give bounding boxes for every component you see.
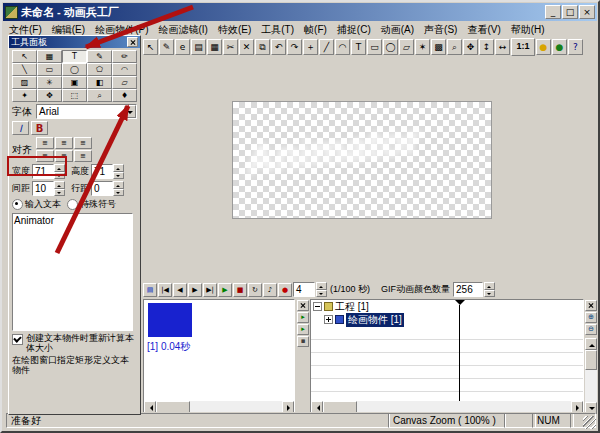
toolbar-button[interactable]: ⧉ <box>255 39 270 55</box>
tool-button[interactable]: ╲ <box>12 63 37 76</box>
toolbar-button[interactable]: ▤ <box>191 39 206 55</box>
playback-button[interactable]: ● <box>278 283 292 297</box>
tool-button[interactable]: ✎ <box>87 50 112 63</box>
maximize-button[interactable]: □ <box>562 5 578 19</box>
gif-colors-field[interactable]: 256 <box>453 282 483 297</box>
zoom-out-button[interactable]: ⊖ <box>585 324 597 335</box>
leading-spinner[interactable] <box>113 181 124 196</box>
special-symbol-radio[interactable] <box>67 199 78 210</box>
tool-button[interactable]: ♦ <box>112 89 137 102</box>
playback-button[interactable]: ♪ <box>263 283 277 297</box>
menu-item[interactable]: 帮助(H) <box>506 23 550 37</box>
zoom-in-button[interactable]: ⊕ <box>585 312 597 323</box>
font-select[interactable]: Arial <box>36 104 137 119</box>
toolbar-button[interactable]: T <box>351 39 366 55</box>
text-input[interactable]: Animator <box>12 213 133 331</box>
input-text-radio[interactable] <box>12 199 23 210</box>
width-spinner[interactable] <box>54 164 65 179</box>
align-button[interactable]: ≡ <box>55 137 73 149</box>
menu-item[interactable]: 绘画滤镜(I) <box>153 23 212 37</box>
align-button[interactable]: ≡ <box>36 137 54 149</box>
tool-panel-titlebar[interactable]: 工具面板 <box>9 36 140 48</box>
toolbar-button[interactable]: ✎ <box>159 39 174 55</box>
frame-delay-field[interactable]: 4 <box>293 282 315 297</box>
playback-button[interactable]: ▶| <box>203 283 217 297</box>
playback-button[interactable]: |◀ <box>158 283 172 297</box>
recalc-checkbox[interactable] <box>12 334 23 345</box>
gif-colors-spinner[interactable] <box>484 282 495 297</box>
playback-button[interactable]: ▶ <box>188 283 202 297</box>
playback-button[interactable]: ◀ <box>173 283 187 297</box>
toolbar-button[interactable]: ╱ <box>319 39 334 55</box>
playback-button[interactable]: ■ <box>233 283 247 297</box>
tool-button[interactable]: ▨ <box>12 76 37 89</box>
toolbar-button[interactable]: ▦ <box>207 39 222 55</box>
frame-nav-button[interactable]: ▸ <box>297 324 309 335</box>
playback-button[interactable]: ↻ <box>248 283 262 297</box>
toolbar-button[interactable]: ↔ <box>495 39 510 55</box>
tool-button[interactable]: ◯ <box>62 63 87 76</box>
spacing-field[interactable]: 10 <box>32 181 54 196</box>
height-field[interactable]: 71 <box>91 164 113 179</box>
toolbar-button[interactable]: e <box>175 39 190 55</box>
toolbar-button[interactable]: ↷ <box>287 39 302 55</box>
toolbar-button[interactable]: ▩ <box>431 39 446 55</box>
align-button[interactable]: ≡ <box>74 137 92 149</box>
resize-grip[interactable] <box>583 416 596 429</box>
leading-field[interactable]: 0 <box>91 181 113 196</box>
collapse-icon[interactable] <box>313 302 322 311</box>
tool-panel-close-button[interactable] <box>127 37 138 47</box>
menu-item[interactable]: 声音(S) <box>419 23 462 37</box>
expand-icon[interactable] <box>324 315 333 324</box>
chevron-down-icon[interactable] <box>123 105 136 118</box>
minimize-button[interactable]: _ <box>545 5 561 19</box>
toolbar-button[interactable]: ▭ <box>367 39 382 55</box>
playback-button[interactable]: ▶ <box>218 283 232 297</box>
toolbar-button[interactable]: ✥ <box>463 39 478 55</box>
toolbar-button[interactable]: ◯ <box>383 39 398 55</box>
tool-button[interactable]: ▦ <box>37 50 62 63</box>
width-field[interactable]: 71 <box>32 164 54 179</box>
playhead-marker[interactable] <box>455 300 465 305</box>
tool-button[interactable]: ◧ <box>87 76 112 89</box>
height-spinner[interactable] <box>113 164 124 179</box>
toolbar-button[interactable]: ✂ <box>223 39 238 55</box>
menu-item[interactable]: 工具(T) <box>256 23 299 37</box>
playback-button[interactable]: ▤ <box>143 283 157 297</box>
project-vscroll-track[interactable] <box>585 350 597 402</box>
tool-button[interactable]: ▣ <box>62 76 87 89</box>
frame-nav-button[interactable]: ▸ <box>297 312 309 323</box>
bold-button[interactable]: B <box>31 121 48 135</box>
toolbar-button[interactable]: ◠ <box>335 39 350 55</box>
menu-item[interactable]: 动画(A) <box>376 23 419 37</box>
toolbar-button[interactable]: ⌕ <box>447 39 462 55</box>
toolbar-button[interactable]: ✕ <box>239 39 254 55</box>
toolbar-color-button[interactable]: ● <box>552 39 567 55</box>
tool-button[interactable]: ⬚ <box>62 89 87 102</box>
toolbar-button[interactable]: ✶ <box>415 39 430 55</box>
close-button[interactable]: × <box>579 5 595 19</box>
project-vscrollbar[interactable] <box>585 338 597 414</box>
tool-button[interactable]: ⌕ <box>87 89 112 102</box>
tool-button[interactable]: T <box>62 50 87 63</box>
menu-item[interactable]: 特效(E) <box>213 23 256 37</box>
project-root-row[interactable]: 工程 [1] <box>311 300 583 313</box>
project-item-row[interactable]: 绘画物件 [1] <box>311 313 583 326</box>
menu-item[interactable]: 捕捉(C) <box>332 23 376 37</box>
frame-nav-button[interactable]: ▪ <box>297 336 309 347</box>
project-close-button[interactable] <box>585 300 597 311</box>
menu-item[interactable]: 查看(V) <box>462 23 505 37</box>
playhead-line[interactable] <box>459 305 460 401</box>
toolbar-color-button[interactable]: ● <box>536 39 551 55</box>
frame-thumbnail[interactable] <box>148 303 192 337</box>
toolbar-button[interactable]: ↖ <box>143 39 158 55</box>
zoom-ratio-button[interactable]: 1:1 <box>511 38 535 56</box>
frame-delay-spinner[interactable] <box>316 282 327 297</box>
tool-button[interactable]: ↖ <box>12 50 37 63</box>
align-button[interactable]: ≡ <box>74 150 92 162</box>
canvas[interactable]: Animator <box>232 101 492 219</box>
italic-button[interactable]: I <box>12 121 29 135</box>
tool-button[interactable]: ▭ <box>37 63 62 76</box>
align-button[interactable]: ≡ <box>36 150 54 162</box>
tool-button[interactable]: ◠ <box>112 63 137 76</box>
